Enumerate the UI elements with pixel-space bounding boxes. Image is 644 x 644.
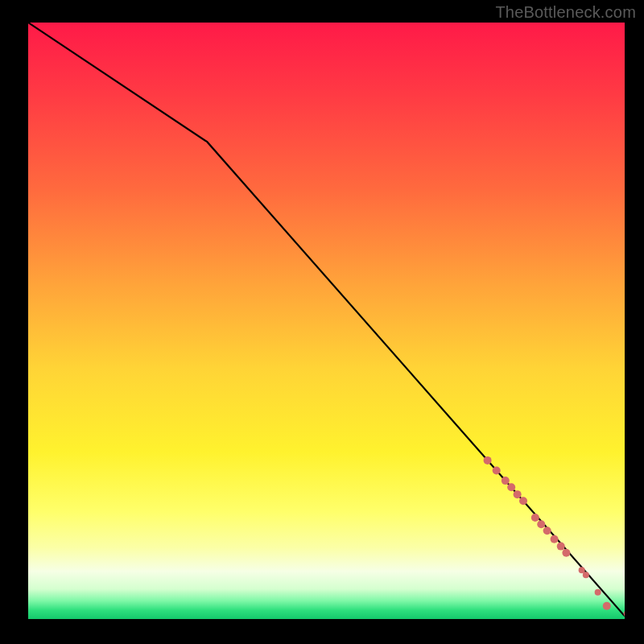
curve-line <box>28 23 625 616</box>
marker-point <box>595 589 601 596</box>
marker-point <box>502 477 510 485</box>
chart-frame: TheBottleneck.com <box>0 0 644 644</box>
plot-area <box>28 23 625 619</box>
marker-point <box>562 549 570 557</box>
marker-point <box>519 497 527 505</box>
marker-point <box>514 490 522 498</box>
marker-point <box>583 572 589 578</box>
marker-point <box>531 514 539 522</box>
marker-point <box>493 466 501 474</box>
marker-point <box>543 526 551 535</box>
marker-point <box>507 483 515 491</box>
chart-svg <box>28 23 625 619</box>
marker-points <box>484 456 625 617</box>
marker-point <box>551 535 559 543</box>
marker-point <box>557 543 565 551</box>
marker-point <box>484 456 492 464</box>
watermark-label: TheBottleneck.com <box>495 3 636 22</box>
marker-point <box>603 602 611 610</box>
marker-point <box>537 520 545 528</box>
